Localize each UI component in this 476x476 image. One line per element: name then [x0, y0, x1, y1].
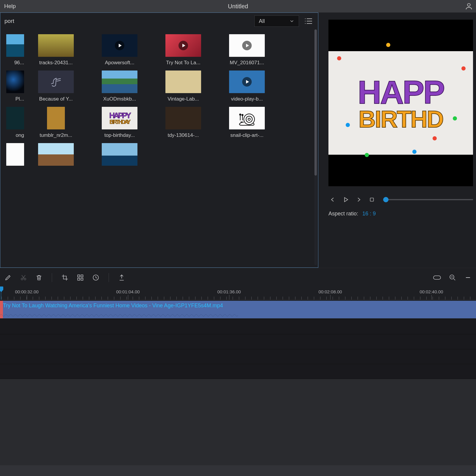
media-thumbnail [165, 71, 201, 93]
divider [52, 273, 52, 282]
account-icon[interactable] [462, 2, 476, 10]
timeline-clip[interactable]: Try Not To Laugh Watching America's Funn… [0, 301, 476, 318]
media-thumbnail: HAPPYBIRTHDAY [102, 107, 137, 129]
titlebar: Help Untitled [0, 0, 476, 12]
preview-panel: HAPP BIRTHD Aspect ratio: 16 : 9 [318, 12, 476, 268]
media-item[interactable]: tracks-20431... [24, 32, 88, 68]
track-4[interactable] [0, 349, 476, 364]
slider-handle[interactable] [383, 197, 389, 202]
media-label: snail-clip-art-... [230, 132, 263, 138]
svg-point-13 [21, 278, 23, 280]
timeline: 00:00:32.0000:01:04.0000:01:36.0000:02:0… [0, 287, 476, 379]
svg-point-8 [246, 116, 252, 122]
clip-waveform [0, 313, 238, 318]
filter-dropdown[interactable]: All [254, 15, 299, 27]
media-thumbnail [229, 107, 265, 129]
delete-button[interactable] [34, 273, 44, 283]
clip-label: Try Not To Laugh Watching America's Funn… [3, 303, 223, 309]
playhead[interactable] [1, 287, 1, 300]
media-item[interactable]: Apowersoft... [88, 32, 151, 68]
track-2[interactable] [0, 320, 476, 334]
preview-canvas: HAPP BIRTHD [328, 20, 473, 186]
svg-point-14 [24, 278, 26, 280]
zoom-out-button[interactable] [447, 273, 458, 283]
aspect-ratio-row: Aspect ratio: 16 : 9 [328, 207, 473, 217]
aspect-label: Aspect ratio: [328, 211, 358, 217]
media-item[interactable]: Pl... [0, 68, 24, 104]
ruler-label: 00:00:32.00 [15, 289, 38, 294]
media-item[interactable] [0, 141, 24, 171]
scroll-handle[interactable] [314, 29, 317, 176]
media-grid: 96...tracks-20431...Apowersoft...Try Not… [0, 29, 318, 267]
preview-controls [328, 186, 473, 207]
media-thumbnail [6, 71, 24, 93]
crop-button[interactable] [60, 273, 70, 283]
svg-rect-18 [81, 278, 83, 280]
media-item[interactable]: tdy-130614-... [151, 104, 215, 141]
media-item[interactable]: 96... [0, 32, 24, 68]
media-thumbnail [6, 34, 24, 57]
media-item[interactable]: HAPPYBIRTHDAYtop-birthday... [88, 104, 151, 141]
svg-point-11 [242, 114, 243, 116]
next-frame-button[interactable] [355, 195, 363, 204]
media-item[interactable]: ong [0, 104, 24, 141]
media-label: ong [16, 132, 24, 138]
media-library: port All 96...tracks-20431...Apowersoft.… [0, 12, 318, 268]
menu-help[interactable]: Help [0, 3, 20, 10]
media-item[interactable]: snail-clip-art-... [215, 104, 279, 141]
media-thumbnail [165, 34, 201, 57]
svg-rect-16 [81, 275, 83, 277]
track-3[interactable] [0, 334, 476, 349]
main-split: port All 96...tracks-20431...Apowersoft.… [0, 12, 476, 268]
divider [109, 273, 109, 282]
preview-slider[interactable] [383, 199, 473, 200]
view-list-icon[interactable] [303, 16, 314, 26]
media-thumbnail [229, 71, 265, 93]
play-button[interactable] [342, 195, 350, 204]
media-label: XuODmsbkb... [103, 96, 136, 102]
media-label: 96... [14, 60, 24, 66]
video-track[interactable]: Try Not To Laugh Watching America's Funn… [0, 300, 476, 320]
svg-rect-15 [78, 275, 80, 277]
media-thumbnail [47, 107, 65, 129]
zoom-slider-minus[interactable] [463, 273, 473, 283]
ruler-label: 00:01:36.00 [217, 289, 241, 294]
export-button[interactable] [117, 273, 127, 283]
media-item[interactable]: tumblr_nr2m... [24, 104, 88, 141]
media-item[interactable]: Because of Y... [24, 68, 88, 104]
media-thumbnail [102, 71, 137, 93]
svg-point-9 [248, 118, 250, 120]
filter-value: All [259, 18, 265, 24]
media-item[interactable]: Vintage-Lab... [151, 68, 215, 104]
duration-button[interactable] [91, 273, 101, 283]
media-label: Vintage-Lab... [167, 96, 199, 102]
import-label[interactable]: port [4, 18, 14, 24]
timeline-ruler[interactable]: 00:00:32.0000:01:04.0000:01:36.0000:02:0… [0, 287, 476, 300]
svg-rect-12 [370, 198, 374, 201]
library-toolbar: port All [0, 13, 318, 29]
media-item[interactable] [88, 141, 151, 171]
media-label: top-birthday... [104, 132, 135, 138]
media-thumbnail [165, 107, 201, 129]
media-thumbnail [229, 34, 265, 57]
ruler-label: 00:02:08.00 [318, 289, 342, 294]
ruler-label: 00:01:04.00 [116, 289, 140, 294]
prev-frame-button[interactable] [328, 195, 337, 204]
edit-button[interactable] [3, 273, 13, 283]
media-item[interactable]: video-play-b... [215, 68, 279, 104]
library-scrollbar[interactable] [314, 29, 317, 265]
media-thumbnail [6, 143, 24, 166]
media-item[interactable]: Try Not To La... [151, 32, 215, 68]
cut-button [18, 273, 29, 283]
aspect-value[interactable]: 16 : 9 [362, 211, 376, 217]
fit-button[interactable] [432, 273, 442, 283]
svg-point-0 [467, 4, 470, 6]
media-item[interactable]: XuODmsbkb... [88, 68, 151, 104]
mosaic-button[interactable] [75, 273, 85, 283]
track-5[interactable] [0, 364, 476, 379]
stop-button[interactable] [368, 195, 376, 204]
ruler-label: 00:02:40.00 [419, 289, 443, 294]
media-thumbnail [38, 71, 74, 93]
media-item[interactable]: MV_2016071... [215, 32, 279, 68]
media-item[interactable] [24, 141, 88, 171]
